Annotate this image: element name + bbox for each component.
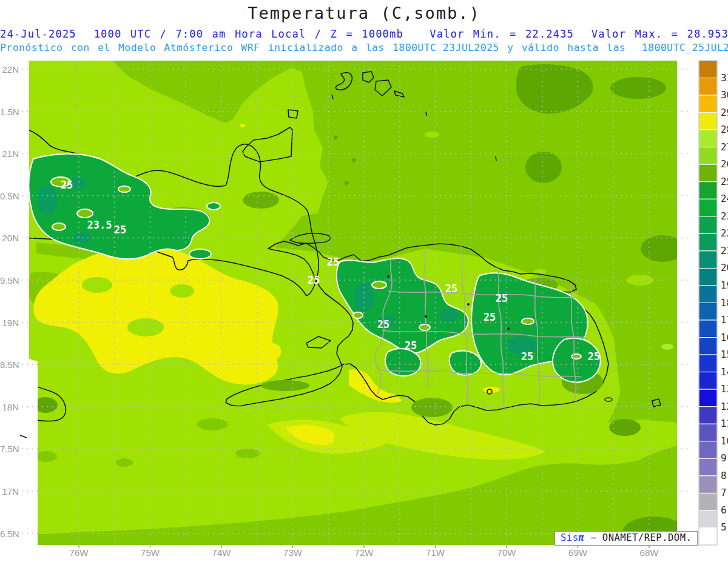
colorbar-segment	[699, 493, 717, 510]
colorbar-label: 24	[721, 193, 728, 204]
colorbar-segment	[699, 441, 717, 459]
y-axis-label: 8.5N	[0, 360, 19, 370]
map-canvas: 2523.525252525252525252525	[0, 0, 728, 562]
cuba-land-dark	[243, 192, 279, 209]
cuba-contour-hole	[118, 186, 130, 192]
x-axis-label: 72W	[346, 547, 382, 558]
colorbar-label: 31	[721, 73, 728, 84]
colorbar-label: 18	[721, 298, 728, 309]
sea-mild-patch	[235, 449, 260, 458]
hispaniola-mountain-teal	[440, 309, 458, 322]
colorbar-segment	[699, 216, 717, 234]
colorbar-label: 17	[721, 315, 728, 326]
colorbar-segment	[699, 113, 717, 130]
colorbar-segment	[699, 320, 717, 338]
terrain-dot	[387, 275, 389, 278]
hispaniola-mountain-contour	[385, 349, 420, 376]
colorbar-label: 21	[721, 246, 728, 256]
hot-region-hole	[127, 318, 164, 336]
colorbar-label: 6	[721, 505, 728, 516]
contour-value-label: 25	[405, 340, 417, 352]
weather-map-page: Temperatura (C,somb.) 24-Jul-2025 1000 U…	[0, 0, 728, 562]
sea-cool-blob	[525, 152, 562, 183]
colorbar-segment	[699, 338, 717, 355]
colorbar-label: 13	[721, 384, 728, 395]
island-speck	[496, 156, 496, 161]
colorbar-label: 16	[721, 332, 728, 343]
sea-cool-blob	[610, 77, 666, 99]
y-axis-label: 1.5N	[0, 107, 19, 117]
terrain-dot	[425, 315, 427, 318]
hispaniola-land-dark	[261, 380, 309, 391]
sea-mild-patch	[197, 418, 228, 430]
sea-warm-spot	[661, 344, 673, 350]
colorbar-label: 30	[721, 90, 728, 101]
colorbar-label: 8	[721, 470, 728, 481]
hispaniola-contour-hole	[372, 281, 386, 289]
colorbar-label: 11	[721, 418, 728, 429]
colorbar-label: 12	[721, 401, 728, 412]
colorbar-label: 20	[721, 263, 728, 273]
colorbar-segment	[699, 182, 717, 199]
hot-region-hole	[82, 277, 112, 293]
colorbar-label: 19	[721, 280, 728, 291]
colorbar-segment	[699, 268, 717, 286]
colorbar-segment	[699, 424, 717, 441]
colorbar-segment	[699, 147, 717, 165]
colorbar-label: 5	[721, 522, 728, 533]
colorbar-label: 29	[721, 107, 728, 118]
hispaniola-contour-hole	[353, 312, 363, 318]
colorbar-label: 28	[721, 124, 728, 135]
hispaniola-contour-hole	[571, 354, 581, 359]
contour-value-label: 25	[588, 350, 600, 363]
x-axis-label: 71W	[417, 547, 454, 558]
hot-speck	[240, 124, 245, 127]
hispaniola-contour-hole	[522, 318, 534, 324]
contour-value-label: 25	[308, 274, 320, 286]
hispaniola-mountain-contour	[450, 351, 481, 375]
y-axis-label: 18N	[0, 402, 19, 412]
colorbar-segment	[699, 372, 717, 390]
colorbar-segment	[699, 303, 717, 321]
contour-value-label: 23.5	[87, 219, 112, 231]
y-axis-label: 20N	[0, 233, 19, 243]
x-axis-label: 70W	[488, 547, 525, 558]
colorbar-label: 9	[721, 453, 728, 464]
colorbar-label: 27	[721, 142, 728, 153]
x-axis-label: 69W	[560, 547, 596, 558]
cuba-contour-hole	[52, 223, 66, 230]
terrain-dot	[507, 327, 510, 330]
colorbar-label: 14	[721, 367, 728, 378]
contour-value-label: 25	[327, 256, 339, 268]
watermark-brand: Sis	[561, 532, 579, 543]
watermark: Sisπ − ONAMET/REP.DOM.	[554, 531, 698, 546]
hot-region-hole	[170, 284, 194, 298]
colorbar-segment	[699, 61, 717, 78]
contour-value-label: 25	[114, 224, 126, 236]
y-axis-label: 9.5N	[0, 275, 19, 286]
sea-warm-spot	[533, 269, 547, 274]
colorbar-segment	[699, 458, 717, 476]
cuba-mountain-teal	[38, 186, 57, 215]
cuba-contour-small	[189, 249, 211, 259]
x-axis-label: 74W	[203, 547, 240, 558]
x-axis-label: 73W	[275, 547, 311, 558]
colorbar	[699, 61, 717, 545]
contour-value-label: 25	[496, 292, 508, 304]
y-axis-label: 7.5N	[0, 444, 19, 454]
y-axis-label: 19N	[0, 318, 19, 328]
colorbar-segment	[699, 527, 717, 545]
colorbar-label: 25	[721, 176, 728, 187]
hispaniola-contour-hole	[419, 324, 430, 330]
coast-fragment	[20, 435, 27, 438]
watermark-org: − ONAMET/REP.DOM.	[584, 532, 692, 543]
y-axis-label: 6.5N	[0, 529, 19, 539]
colorbar-segment	[699, 78, 717, 96]
colorbar-label: 15	[721, 349, 728, 360]
colorbar-segment	[699, 130, 717, 147]
y-axis-label: 0.5N	[0, 191, 19, 201]
sea-warm-spot	[425, 132, 439, 138]
sea-warm-spot	[627, 275, 653, 286]
colorbar-label: 22	[721, 228, 728, 239]
hispaniola-land-dark	[411, 398, 453, 417]
